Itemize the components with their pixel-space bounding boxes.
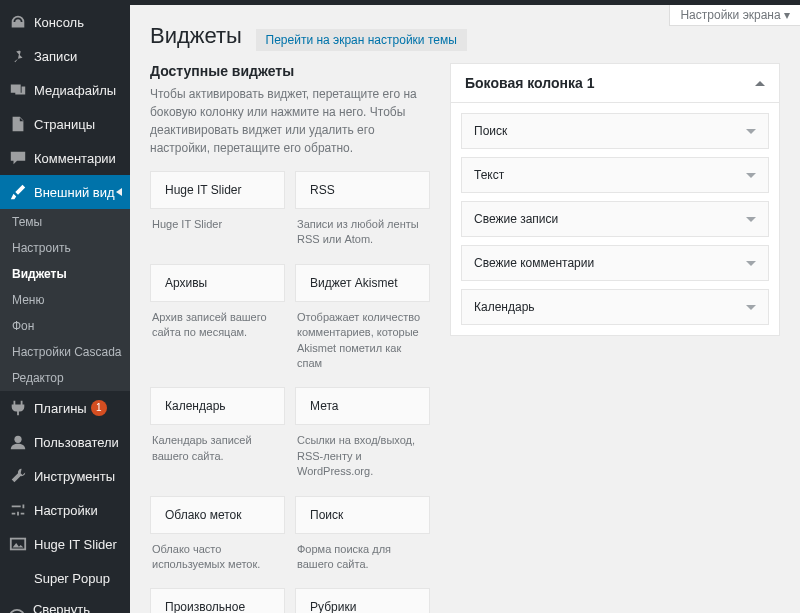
caret-down-icon xyxy=(746,129,756,134)
widget-item[interactable]: Рубрики xyxy=(295,588,430,613)
sub-customize[interactable]: Настроить xyxy=(0,235,130,261)
widget-desc: Форма поиска для вашего сайта. xyxy=(295,536,430,589)
user-icon xyxy=(8,432,28,452)
nav-label: Внешний вид xyxy=(34,185,115,200)
widget-item[interactable]: Календарь xyxy=(150,387,285,425)
caret-down-icon xyxy=(746,173,756,178)
nav-label: Huge IT Slider xyxy=(34,537,117,552)
screen-options-button[interactable]: Настройки экрана ▾ xyxy=(669,5,800,26)
update-badge: 1 xyxy=(91,400,107,416)
nav-label: Страницы xyxy=(34,117,95,132)
nav-label: Настройки xyxy=(34,503,98,518)
main-content: Настройки экрана ▾ Виджеты Перейти на эк… xyxy=(130,5,800,613)
caret-down-icon xyxy=(746,261,756,266)
nav-posts[interactable]: Записи xyxy=(0,39,130,73)
widget-item[interactable]: Поиск xyxy=(295,496,430,534)
nav-sub-appearance: Темы Настроить Виджеты Меню Фон Настройк… xyxy=(0,209,130,391)
sliders-icon xyxy=(8,500,28,520)
widget-item[interactable]: Облако меток xyxy=(150,496,285,534)
widget-desc: Архив записей вашего сайта по месяцам. xyxy=(150,304,285,357)
plugin-icon xyxy=(8,398,28,418)
nav-label: Консоль xyxy=(34,15,84,30)
sidebar-areas: Боковая колонка 1 ПоискТекстСвежие запис… xyxy=(450,63,780,613)
caret-up-icon xyxy=(755,81,765,86)
widget-desc: Ссылки на вход/выход, RSS-ленту и WordPr… xyxy=(295,427,430,495)
caret-down-icon xyxy=(746,217,756,222)
chevron-right-icon xyxy=(116,188,122,196)
widget-desc: Huge IT Slider xyxy=(150,211,285,257)
widget-desc: Календарь записей вашего сайта. xyxy=(150,427,285,480)
available-heading: Доступные виджеты xyxy=(150,63,430,79)
nav-media[interactable]: Медиафайлы xyxy=(0,73,130,107)
nav-label: Комментарии xyxy=(34,151,116,166)
sidebar-widget[interactable]: Свежие записи xyxy=(461,201,769,237)
collapse-icon xyxy=(8,607,27,613)
page-title: Виджеты xyxy=(150,23,242,49)
widget-item[interactable]: Huge IT Slider xyxy=(150,171,285,209)
widget-item[interactable]: Мета xyxy=(295,387,430,425)
nav-label: Медиафайлы xyxy=(34,83,116,98)
image-icon xyxy=(8,534,28,554)
widget-item[interactable]: RSS xyxy=(295,171,430,209)
brush-icon xyxy=(8,182,28,202)
widget-desc: Отображает количество комментариев, кото… xyxy=(295,304,430,388)
nav-label: Свернуть меню xyxy=(33,602,122,613)
nav-superpopup[interactable]: Super Popup xyxy=(0,561,130,595)
nav-collapse[interactable]: Свернуть меню xyxy=(0,595,130,613)
nav-dashboard[interactable]: Консоль xyxy=(0,5,130,39)
wrench-icon xyxy=(8,466,28,486)
sub-menus[interactable]: Меню xyxy=(0,287,130,313)
nav-comments[interactable]: Комментарии xyxy=(0,141,130,175)
svg-rect-1 xyxy=(11,539,25,550)
widget-item[interactable]: Виджет Akismet xyxy=(295,264,430,302)
media-icon xyxy=(8,80,28,100)
svg-point-0 xyxy=(14,436,21,443)
nav-pages[interactable]: Страницы xyxy=(0,107,130,141)
page-icon xyxy=(8,114,28,134)
sub-cascada[interactable]: Настройки Cascada xyxy=(0,339,130,365)
caret-down-icon xyxy=(746,305,756,310)
sidebar-widget[interactable]: Календарь xyxy=(461,289,769,325)
widget-item[interactable]: Архивы xyxy=(150,264,285,302)
nav-label: Пользователи xyxy=(34,435,119,450)
nav-label: Инструменты xyxy=(34,469,115,484)
sidebar-area-body: ПоискТекстСвежие записиСвежие комментари… xyxy=(450,103,780,336)
nav-tools[interactable]: Инструменты xyxy=(0,459,130,493)
nav-label: Super Popup xyxy=(34,571,110,586)
gauge-icon xyxy=(8,12,28,32)
nav-appearance[interactable]: Внешний вид xyxy=(0,175,130,209)
admin-sidebar: Консоль Записи Медиафайлы Страницы Комме… xyxy=(0,5,130,613)
sub-editor[interactable]: Редактор xyxy=(0,365,130,391)
widget-desc: Записи из любой ленты RSS или Atom. xyxy=(295,211,430,264)
widget-desc: Облако часто используемых меток. xyxy=(150,536,285,589)
comment-icon xyxy=(8,148,28,168)
nav-plugins[interactable]: Плагины1 xyxy=(0,391,130,425)
nav-label: Записи xyxy=(34,49,77,64)
sidebar-widget[interactable]: Свежие комментарии xyxy=(461,245,769,281)
available-desc: Чтобы активировать виджет, перетащите ег… xyxy=(150,85,430,157)
sub-themes[interactable]: Темы xyxy=(0,209,130,235)
widget-item[interactable]: Произвольное меню xyxy=(150,588,285,613)
nav-users[interactable]: Пользователи xyxy=(0,425,130,459)
available-widgets: Доступные виджеты Чтобы активировать вид… xyxy=(150,63,430,613)
nav-settings[interactable]: Настройки xyxy=(0,493,130,527)
sub-widgets[interactable]: Виджеты xyxy=(0,261,130,287)
sidebar-area-title: Боковая колонка 1 xyxy=(465,75,594,91)
sidebar-widget[interactable]: Поиск xyxy=(461,113,769,149)
nav-label: Плагины xyxy=(34,401,87,416)
theme-customize-link[interactable]: Перейти на экран настройки темы xyxy=(256,29,467,51)
nav-hugeslider[interactable]: Huge IT Slider xyxy=(0,527,130,561)
sidebar-area-header[interactable]: Боковая колонка 1 xyxy=(450,63,780,103)
sidebar-widget[interactable]: Текст xyxy=(461,157,769,193)
pin-icon xyxy=(8,46,28,66)
sub-background[interactable]: Фон xyxy=(0,313,130,339)
